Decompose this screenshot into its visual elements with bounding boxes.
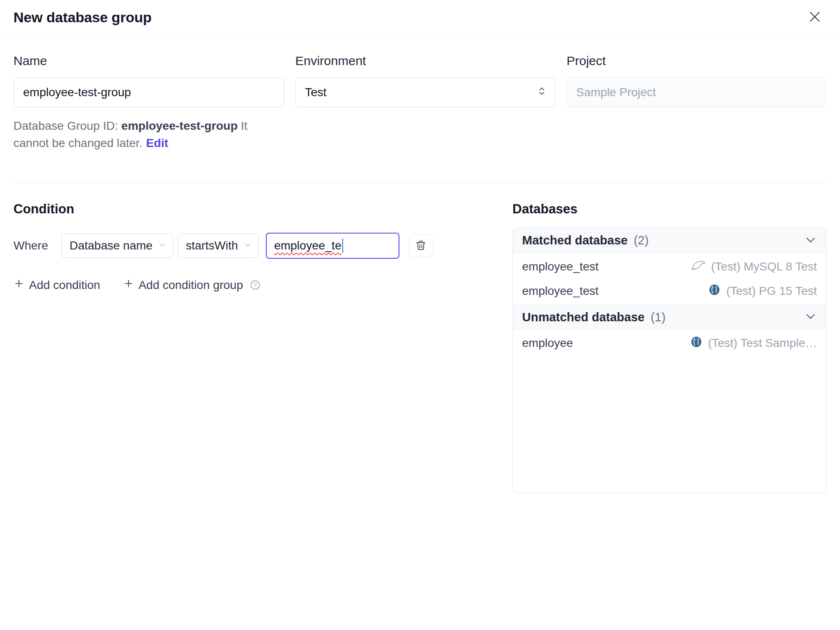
database-name: employee_test [522,260,598,273]
databases-heading: Databases [512,202,827,217]
environment-field-group: Environment Test [295,54,556,163]
plus-icon [123,278,134,292]
chevrons-up-down-icon [536,85,548,100]
svg-text:?: ? [254,282,257,288]
postgres-icon [708,284,721,299]
edit-group-id-link[interactable]: Edit [146,136,168,150]
dialog-header: New database group [0,0,840,35]
database-instance: (Test) MySQL 8 Test [691,259,817,275]
project-label: Project [567,54,826,68]
environment-selected-value: Test [305,86,326,99]
condition-row: Where Database name startsWith employee_… [13,233,512,259]
database-name: employee [522,336,573,350]
project-input[interactable] [567,77,826,108]
condition-actions: Add condition Add condition group ? [13,278,512,292]
chevron-down-icon[interactable] [804,234,817,248]
unmatched-database-header[interactable]: Unmatched database (1) [513,304,826,330]
database-instance-label: (Test) MySQL 8 Test [711,260,817,273]
group-id-note-prefix: Database Group ID: [13,119,121,132]
matched-database-count: (2) [634,234,648,247]
name-field-group: Name Database Group ID: employee-test-gr… [13,54,284,163]
dialog-body: Name Database Group ID: employee-test-gr… [0,54,840,493]
unmatched-database-rows: employee (Test) Test Sample… [513,330,826,357]
add-condition-label: Add condition [29,278,100,292]
condition-value-input[interactable]: employee_te [266,233,399,259]
database-row: employee (Test) Test Sample… [513,331,826,355]
database-instance: (Test) PG 15 Test [708,284,817,299]
project-field-group: Project [567,54,826,163]
condition-section: Condition Where Database name startsWith [13,202,512,493]
name-label: Name [13,54,284,68]
close-button[interactable] [807,9,822,26]
condition-heading: Condition [13,202,512,217]
database-row: employee_test (Test) PG 15 Test [513,279,826,303]
help-icon[interactable]: ? [249,279,261,291]
postgres-icon [690,336,703,351]
name-input[interactable] [13,77,284,108]
environment-select[interactable]: Test [295,77,556,108]
add-condition-group-label: Add condition group [139,278,243,292]
group-id-note: Database Group ID: employee-test-group I… [13,118,284,152]
dialog-title: New database group [13,9,152,26]
section-divider [13,182,827,182]
matched-database-rows: employee_test (Test) MySQL 8 Test employ… [513,253,826,304]
add-condition-button[interactable]: Add condition [13,278,100,292]
matched-database-group: Matched database (2) employee_test [513,228,826,304]
mysql-icon [691,259,706,275]
condition-field-select[interactable]: Database name [61,234,173,258]
condition-operator-select[interactable]: startsWith [178,234,258,258]
environment-label: Environment [295,54,556,68]
database-instance-label: (Test) Test Sample… [708,336,817,350]
close-icon [807,9,822,26]
matched-database-header[interactable]: Matched database (2) [513,228,826,253]
unmatched-database-group: Unmatched database (1) employee [513,304,826,357]
text-caret [342,239,343,253]
chevron-down-icon[interactable] [804,310,817,324]
database-instance: (Test) Test Sample… [690,336,817,351]
add-condition-group-button[interactable]: Add condition group ? [123,278,261,292]
chevron-down-icon [158,239,167,252]
databases-panel: Matched database (2) employee_test [512,228,827,493]
database-name: employee_test [522,284,598,298]
condition-value-text: employee_te [274,239,341,252]
condition-field-value: Database name [69,239,152,252]
condition-operator-value: startsWith [186,239,238,252]
bottom-section: Condition Where Database name startsWith [13,202,827,493]
databases-section: Databases Matched database (2) [512,202,827,493]
database-row: employee_test (Test) MySQL 8 Test [513,255,826,279]
unmatched-database-count: (1) [651,310,665,324]
form-section: Name Database Group ID: employee-test-gr… [13,54,827,163]
unmatched-database-title: Unmatched database [522,310,645,324]
group-id-value: employee-test-group [121,119,238,132]
database-instance-label: (Test) PG 15 Test [726,284,817,298]
where-label: Where [13,239,48,252]
trash-icon [415,239,427,253]
matched-database-title: Matched database [522,234,627,247]
chevron-down-icon [243,239,252,252]
plus-icon [13,278,24,292]
delete-condition-button[interactable] [409,234,433,257]
